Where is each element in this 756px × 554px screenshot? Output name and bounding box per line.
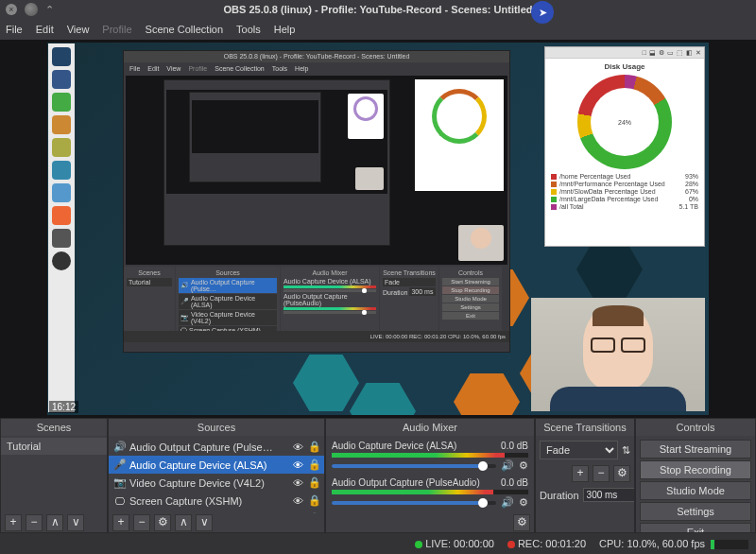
volume-slider[interactable] (332, 464, 496, 468)
caret-up-icon[interactable]: ⌃ (45, 4, 54, 16)
source-type-icon: 🔊 (113, 441, 125, 453)
transition-updown-icon[interactable]: ⇅ (622, 444, 630, 457)
nested-menubar: FileEditViewProfileScene CollectionTools… (124, 62, 509, 74)
dock-clock: 16:12 (49, 401, 78, 413)
window-close-icon[interactable]: × (6, 4, 17, 15)
track-db: 0.0 dB (501, 477, 528, 488)
dock-app-icon[interactable] (52, 229, 71, 248)
source-label: Screen Capture (XSHM) (129, 495, 242, 507)
preview-canvas[interactable]: 16:12 OBS 25.0.8 (linux) - Profile: YouT… (47, 43, 709, 415)
source-down-button[interactable]: ∨ (196, 514, 213, 531)
menu-tools[interactable]: Tools (236, 24, 261, 35)
transitions-panel: Scene Transitions Fade ⇅ + − ⚙ Duration … (535, 418, 635, 533)
source-item[interactable]: 🖵 Screen Capture (XSHM) 👁 🔒 (109, 492, 324, 510)
add-source-button[interactable]: + (112, 514, 129, 531)
add-transition-button[interactable]: + (572, 465, 589, 482)
level-meter (332, 490, 528, 494)
source-item[interactable]: 📷 Video Capture Device (V4L2) 👁 🔒 (109, 474, 324, 492)
dock-panel (48, 43, 75, 412)
mixer-track: Audio Output Capture (PulseAudio)0.0 dB … (326, 475, 534, 511)
dock-app-icon[interactable] (52, 138, 71, 157)
cpu-status: CPU: 10.0%, 60.00 fps (599, 538, 748, 549)
duration-input[interactable] (583, 488, 634, 502)
transition-properties-button[interactable]: ⚙ (613, 465, 630, 482)
track-settings-icon[interactable]: ⚙ (519, 496, 528, 509)
dock-app-icon[interactable] (52, 93, 71, 112)
visibility-toggle-icon[interactable]: 👁 (293, 441, 304, 453)
sources-panel: Sources 🔊 Audio Output Capture (Pulse… 👁… (108, 418, 325, 533)
menu-view[interactable]: View (67, 24, 90, 35)
menu-file[interactable]: File (6, 24, 23, 35)
dock-app-icon[interactable] (52, 183, 71, 202)
speaker-icon[interactable]: 🔊 (501, 496, 514, 509)
dock-app-icon[interactable] (52, 70, 71, 89)
scene-down-button[interactable]: ∨ (67, 514, 84, 531)
exit-button[interactable]: Exit (640, 523, 751, 532)
start-streaming-button[interactable]: Start Streaming (640, 440, 751, 459)
lock-toggle-icon[interactable]: 🔒 (308, 494, 319, 507)
live-dot-icon (415, 541, 422, 548)
sources-header: Sources (109, 419, 324, 436)
mixer-track: Audio Capture Device (ALSA)0.0 dB 🔊 ⚙ (326, 438, 534, 475)
scenes-header: Scenes (1, 419, 107, 436)
dock-app-icon[interactable] (52, 161, 71, 180)
source-properties-button[interactable]: ⚙ (154, 514, 171, 531)
obs-logo-icon (25, 3, 38, 16)
studio-mode-button[interactable]: Studio Mode (640, 481, 751, 500)
dock-app-icon[interactable] (52, 115, 71, 134)
source-item[interactable]: 🔊 Audio Output Capture (Pulse… 👁 🔒 (109, 438, 324, 456)
track-name: Audio Output Capture (PulseAudio) (332, 477, 480, 488)
source-label: Audio Capture Device (ALSA) (129, 459, 267, 471)
settings-button[interactable]: Settings (640, 502, 751, 521)
menu-edit[interactable]: Edit (36, 24, 54, 35)
mixer-settings-button[interactable]: ⚙ (513, 514, 530, 531)
add-scene-button[interactable]: + (5, 514, 22, 531)
dock-obs-icon[interactable] (52, 251, 71, 270)
scene-up-button[interactable]: ∧ (46, 514, 63, 531)
source-up-button[interactable]: ∧ (175, 514, 192, 531)
visibility-toggle-icon[interactable]: 👁 (293, 477, 304, 489)
remove-scene-button[interactable]: − (26, 514, 43, 531)
transition-select[interactable]: Fade (540, 441, 618, 459)
track-settings-icon[interactable]: ⚙ (519, 459, 528, 472)
nested-webcam (458, 225, 504, 261)
menu-help[interactable]: Help (274, 24, 296, 35)
controls-panel: Controls Start Streaming Stop Recording … (635, 418, 756, 533)
scene-item[interactable]: Tutorial (1, 438, 107, 455)
duration-label: Duration (540, 490, 579, 501)
dock-app-icon[interactable] (52, 206, 71, 225)
lock-toggle-icon[interactable]: 🔒 (308, 459, 319, 471)
cpu-bar-icon (711, 540, 748, 549)
nested-titlebar: OBS 25.0.8 (linux) - Profile: YouTube-Re… (124, 51, 509, 62)
remove-source-button[interactable]: − (133, 514, 150, 531)
transitions-header: Scene Transitions (536, 419, 634, 436)
volume-slider[interactable] (332, 501, 496, 505)
titlebar: × ⌃ OBS 25.0.8 (linux) - Profile: YouTub… (0, 0, 756, 19)
nested-obs-window: OBS 25.0.8 (linux) - Profile: YouTube-Re… (123, 50, 510, 353)
speaker-icon[interactable]: 🔊 (501, 459, 514, 472)
track-name: Audio Capture Device (ALSA) (332, 441, 456, 451)
rec-dot-icon (507, 541, 515, 548)
nested-statusbar: LIVE: 00:00:00 REC: 00:01:20 CPU: 10.0%,… (124, 331, 509, 342)
menu-scene-collection[interactable]: Scene Collection (146, 24, 224, 35)
cursor-highlight-icon: ➤ (531, 1, 554, 24)
docks: Scenes Tutorial + − ∧ ∨ Sources 🔊 Audio … (0, 418, 756, 533)
source-label: Video Capture Device (V4L2) (129, 477, 265, 489)
lock-toggle-icon[interactable]: 🔒 (308, 441, 319, 453)
visibility-toggle-icon[interactable]: 👁 (293, 459, 304, 471)
source-item[interactable]: 🎤 Audio Capture Device (ALSA) 👁 🔒 (109, 456, 324, 474)
menu-profile[interactable]: Profile (102, 24, 131, 35)
window-title: OBS 25.0.8 (linux) - Profile: YouTube-Re… (0, 4, 756, 15)
scenes-panel: Scenes Tutorial + − ∧ ∨ (0, 418, 108, 533)
preview-area[interactable]: 16:12 OBS 25.0.8 (linux) - Profile: YouT… (0, 40, 756, 418)
menubar: File Edit View Profile Scene Collection … (0, 19, 756, 40)
status-bar: LIVE: 00:00:00 REC: 00:01:20 CPU: 10.0%,… (0, 533, 756, 554)
dock-app-icon[interactable] (52, 47, 71, 66)
visibility-toggle-icon[interactable]: 👁 (293, 495, 304, 507)
controls-header: Controls (636, 419, 755, 436)
lock-toggle-icon[interactable]: 🔒 (308, 476, 319, 489)
stop-recording-button[interactable]: Stop Recording (640, 460, 751, 479)
source-type-icon: 🎤 (113, 459, 125, 471)
remove-transition-button[interactable]: − (593, 465, 610, 482)
source-type-icon: 📷 (113, 476, 125, 489)
